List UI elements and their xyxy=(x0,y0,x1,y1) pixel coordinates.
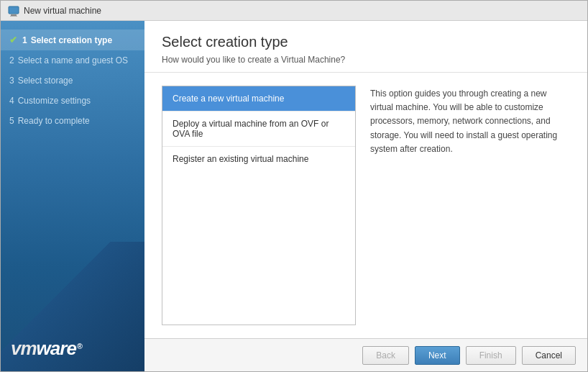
back-button[interactable]: Back xyxy=(362,346,409,365)
option-register-existing[interactable]: Register an existing virtual machine xyxy=(162,147,355,171)
step-label-5: Ready to complete xyxy=(18,116,90,126)
check-icon-1: ✔ xyxy=(9,35,17,45)
step-number-2: 2 xyxy=(9,55,14,65)
vmware-logo: vmware® xyxy=(11,337,134,360)
cancel-button[interactable]: Cancel xyxy=(522,346,576,365)
window-title: New virtual machine xyxy=(24,6,101,16)
step-label-3: Select storage xyxy=(18,76,73,86)
main-body: Create a new virtual machine Deploy a vi… xyxy=(144,73,587,338)
vm-icon xyxy=(8,5,19,17)
step-label-2: Select a name and guest OS xyxy=(18,55,128,65)
sidebar: ✔ 1 Select creation type 2 Select a name… xyxy=(1,21,144,371)
step-number-1: 1 xyxy=(22,35,27,45)
svg-rect-2 xyxy=(10,16,17,17)
sidebar-steps: ✔ 1 Select creation type 2 Select a name… xyxy=(1,30,144,326)
window-body: ✔ 1 Select creation type 2 Select a name… xyxy=(1,21,587,371)
window: New virtual machine ✔ 1 Select creation … xyxy=(0,0,588,372)
sidebar-logo: vmware® xyxy=(1,326,144,371)
sidebar-step-3[interactable]: 3 Select storage xyxy=(1,71,144,91)
step-number-3: 3 xyxy=(9,76,14,86)
svg-rect-1 xyxy=(11,14,17,16)
page-title: Select creation type xyxy=(162,34,570,50)
svg-rect-0 xyxy=(9,6,19,14)
vmware-registered: ® xyxy=(77,342,82,350)
sidebar-step-2[interactable]: 2 Select a name and guest OS xyxy=(1,50,144,71)
sidebar-step-5[interactable]: 5 Ready to complete xyxy=(1,111,144,131)
options-panel: Create a new virtual machine Deploy a vi… xyxy=(162,86,356,325)
page-subtitle: How would you like to create a Virtual M… xyxy=(162,55,570,65)
sidebar-step-4[interactable]: 4 Customize settings xyxy=(1,91,144,111)
next-button[interactable]: Next xyxy=(415,346,460,365)
step-label-1: Select creation type xyxy=(31,35,112,45)
step-number-5: 5 xyxy=(9,116,14,126)
step-number-4: 4 xyxy=(9,96,14,106)
finish-button[interactable]: Finish xyxy=(466,346,516,365)
title-bar: New virtual machine xyxy=(1,1,587,21)
option-deploy-ovf[interactable]: Deploy a virtual machine from an OVF or … xyxy=(162,112,355,147)
description-panel: This option guides you through creating … xyxy=(370,86,570,325)
sidebar-step-1[interactable]: ✔ 1 Select creation type xyxy=(1,30,144,50)
main-header: Select creation type How would you like … xyxy=(144,21,587,73)
vmware-logo-text: vmware® xyxy=(11,337,82,360)
description-text: This option guides you through creating … xyxy=(370,89,557,154)
option-new-vm[interactable]: Create a new virtual machine xyxy=(162,86,355,112)
footer: Back Next Finish Cancel xyxy=(144,338,587,371)
main-content: Select creation type How would you like … xyxy=(144,21,587,371)
step-label-4: Customize settings xyxy=(18,96,91,106)
